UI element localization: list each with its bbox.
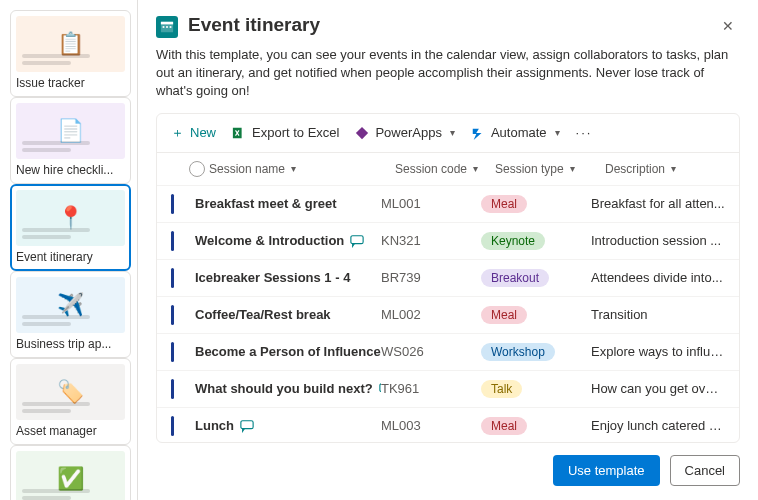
chevron-down-icon: ▾ [291, 163, 296, 174]
svg-rect-2 [163, 26, 165, 28]
svg-rect-6 [351, 235, 363, 243]
new-label: New [190, 125, 216, 140]
calendar-icon [156, 16, 178, 38]
rows-container: Breakfast meet & greet ML001 Meal Breakf… [157, 185, 739, 442]
cell-session-name: Icebreaker Sessions 1 - 4 [195, 270, 381, 285]
template-sidebar: 📋 Issue tracker 📄 New hire checkli... 📍 … [0, 0, 138, 500]
cell-description: Introduction session ... [591, 233, 725, 248]
template-thumb: 🏷️ [16, 364, 125, 420]
template-label: Issue tracker [16, 76, 125, 90]
table-row[interactable]: Coffee/Tea/Rest break ML002 Meal Transit… [157, 296, 739, 333]
cell-session-code: BR739 [381, 270, 481, 285]
export-label: Export to Excel [252, 125, 339, 140]
cell-session-type: Workshop [481, 343, 591, 361]
template-card[interactable]: 📍 Event itinerary [10, 184, 131, 271]
row-accent [171, 379, 174, 399]
cell-session-code: ML003 [381, 418, 481, 433]
table-row[interactable]: What should you build next? TK961 Talk H… [157, 370, 739, 407]
cell-session-code: ML002 [381, 307, 481, 322]
more-button[interactable]: ··· [576, 125, 593, 140]
powerapps-button[interactable]: PowerApps ▾ [355, 125, 454, 140]
template-label: New hire checkli... [16, 163, 125, 177]
cell-session-name: Lunch [195, 418, 381, 433]
export-excel-button[interactable]: Export to Excel [232, 125, 339, 140]
powerapps-icon [355, 126, 369, 140]
row-accent [171, 194, 174, 214]
cell-session-code: KN321 [381, 233, 481, 248]
chevron-down-icon: ▾ [671, 163, 676, 174]
col-description[interactable]: Description▾ [605, 162, 725, 176]
template-thumb: 📋 [16, 16, 125, 72]
cell-session-type: Talk [481, 380, 591, 398]
cell-session-type: Keynote [481, 232, 591, 250]
cell-session-name: Coffee/Tea/Rest break [195, 307, 381, 322]
row-accent [171, 342, 174, 362]
template-label: Event itinerary [16, 250, 125, 264]
cell-description: Breakfast for all atten... [591, 196, 725, 211]
table-row[interactable]: Icebreaker Sessions 1 - 4 BR739 Breakout… [157, 259, 739, 296]
cell-session-type: Meal [481, 306, 591, 324]
table-row[interactable]: Become a Person of Influence WS026 Works… [157, 333, 739, 370]
close-button[interactable]: ✕ [716, 14, 740, 38]
table-row[interactable]: Lunch ML003 Meal Enjoy lunch catered b..… [157, 407, 739, 442]
automate-icon [471, 126, 485, 140]
cell-session-code: TK961 [381, 381, 481, 396]
row-accent [171, 416, 174, 436]
page-description: With this template, you can see your eve… [156, 46, 740, 101]
automate-button[interactable]: Automate ▾ [471, 125, 560, 140]
cell-session-name: Breakfast meet & greet [195, 196, 381, 211]
automate-label: Automate [491, 125, 547, 140]
col-session-name[interactable]: Session name▾ [209, 162, 395, 176]
plus-icon: ＋ [171, 124, 184, 142]
cell-description: Attendees divide into... [591, 270, 725, 285]
list-toolbar: ＋ New Export to Excel PowerApps ▾ Automa… [157, 114, 739, 152]
cancel-button[interactable]: Cancel [670, 455, 740, 486]
cell-session-name: Become a Person of Influence [195, 344, 381, 359]
template-thumb: 📍 [16, 190, 125, 246]
template-thumb: ✈️ [16, 277, 125, 333]
svg-rect-4 [170, 26, 172, 28]
main-panel: Event itinerary ✕ With this template, yo… [138, 0, 758, 500]
cell-session-type: Meal [481, 417, 591, 435]
excel-icon [232, 126, 246, 140]
row-accent [171, 231, 174, 251]
cell-session-type: Meal [481, 195, 591, 213]
svg-rect-3 [166, 26, 168, 28]
cell-session-name: Welcome & Introduction [195, 233, 381, 248]
comment-icon [350, 234, 364, 248]
svg-rect-8 [241, 420, 253, 428]
table-row[interactable]: Welcome & Introduction KN321 Keynote Int… [157, 222, 739, 259]
table-row[interactable]: Breakfast meet & greet ML001 Meal Breakf… [157, 185, 739, 222]
cell-session-type: Breakout [481, 269, 591, 287]
col-session-code[interactable]: Session code▾ [395, 162, 495, 176]
close-icon: ✕ [722, 18, 734, 34]
template-card[interactable]: 📄 New hire checkli... [10, 97, 131, 184]
chevron-down-icon: ▾ [570, 163, 575, 174]
chevron-down-icon: ▾ [450, 127, 455, 138]
cell-description: Transition [591, 307, 725, 322]
template-thumb: 📄 [16, 103, 125, 159]
template-card[interactable]: 📋 Issue tracker [10, 10, 131, 97]
use-template-button[interactable]: Use template [553, 455, 660, 486]
select-all-toggle[interactable] [189, 161, 205, 177]
template-label: Asset manager [16, 424, 125, 438]
svg-rect-1 [161, 22, 173, 25]
cell-description: Explore ways to influe... [591, 344, 725, 359]
row-accent [171, 305, 174, 325]
cell-session-name: What should you build next? [195, 381, 381, 396]
cell-session-code: WS026 [381, 344, 481, 359]
cell-description: Enjoy lunch catered b... [591, 418, 725, 433]
list-preview: ＋ New Export to Excel PowerApps ▾ Automa… [156, 113, 740, 443]
col-session-type[interactable]: Session type▾ [495, 162, 605, 176]
row-accent [171, 268, 174, 288]
template-card[interactable]: ✈️ Business trip ap... [10, 271, 131, 358]
template-thumb: ✅ [16, 451, 125, 500]
comment-icon [240, 419, 254, 433]
chevron-down-icon: ▾ [555, 127, 560, 138]
new-button[interactable]: ＋ New [171, 124, 216, 142]
cell-description: How can you get over... [591, 381, 725, 396]
dialog-footer: Use template Cancel [156, 443, 740, 486]
template-card[interactable]: 🏷️ Asset manager [10, 358, 131, 445]
chevron-down-icon: ▾ [473, 163, 478, 174]
template-card[interactable]: ✅ [10, 445, 131, 500]
